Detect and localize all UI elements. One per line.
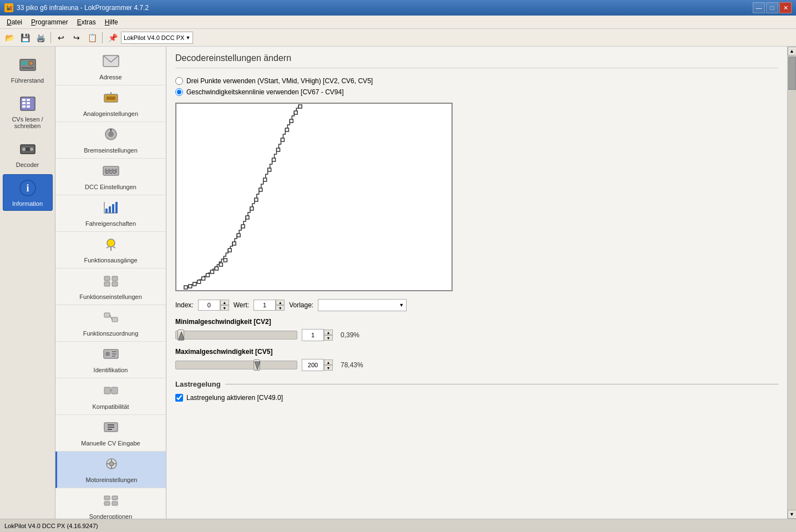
nav-item-bremseinstellungen[interactable]: Bremseinstellungen [55,122,166,159]
toolbar-print[interactable]: 🖨️ [33,31,48,45]
svg-rect-10 [27,105,30,108]
vertical-scrollbar[interactable]: ▲ ▼ [787,47,796,519]
nav-item-analogeinstellungen[interactable]: Analogeinstellungen [55,85,166,122]
nav-item-fahreigenschaften[interactable]: Fahreigenschaften [55,195,166,232]
lastregelung-label[interactable]: Lastregelung aktivieren [CV49.0] [186,394,283,402]
svg-rect-19 [107,97,115,100]
svg-rect-93 [272,158,276,161]
minimize-button[interactable]: — [753,2,765,13]
nav-item-dcc[interactable]: DCC DCC Einstellungen [55,159,166,195]
max-speed-spinner[interactable]: 200 ▲ ▼ [302,359,333,371]
menu-extras[interactable]: Extras [73,17,100,27]
speed-curve-chart[interactable] [175,103,453,291]
nav-item-funktionsausgaenge[interactable]: Funktionsausgänge [55,232,166,268]
svg-rect-77 [202,277,205,280]
toolbar-redo[interactable]: ↪ [69,31,84,45]
svg-point-2 [29,61,33,65]
wert-up[interactable]: ▲ [276,300,285,305]
svg-rect-27 [108,169,110,173]
nav-item-kompatibilitaet[interactable]: Kompatibilität [55,378,166,415]
title-bar: 🚂 33 piko g6 infraleuna - LokProgrammer … [0,0,796,16]
lastregelung-title: Lastregelung [175,380,778,388]
min-speed-spinner[interactable]: 1 ▲ ▼ [302,329,333,341]
lastregelung-section: Lastregelung Lastregelung aktivieren [CV… [175,380,778,402]
index-spinner[interactable]: 0 ▲ ▼ [198,300,229,311]
scrollbar-down-button[interactable]: ▼ [788,510,797,519]
max-speed-up[interactable]: ▲ [324,359,333,365]
chart-svg [176,104,452,291]
min-speed-down[interactable]: ▼ [324,335,333,341]
svg-rect-66 [104,501,110,505]
max-speed-input[interactable]: 200 [302,359,324,371]
device-label: LokPilot V4.0 DCC PX [124,34,184,41]
scrollbar-up-button[interactable]: ▲ [788,47,797,55]
toolbar-save[interactable]: 💾 [18,31,32,45]
nav-item-adresse[interactable]: Adresse [55,49,166,85]
min-speed-input[interactable]: 1 [302,329,324,341]
svg-rect-78 [206,273,210,277]
wert-input[interactable]: 1 [253,300,276,311]
svg-rect-8 [27,102,30,104]
maximize-button[interactable]: □ [766,2,778,13]
max-speed-slider[interactable] [175,361,297,369]
toolbar-open[interactable]: 📂 [2,31,17,45]
radio-label-1[interactable]: Drei Punkte verwenden (VStart, VMid, VHi… [186,77,373,85]
wert-down[interactable]: ▼ [276,305,285,311]
index-input[interactable]: 0 [198,300,220,311]
index-up[interactable]: ▲ [220,300,229,305]
svg-rect-6 [27,99,30,101]
sidebar-item-information[interactable]: i Information [3,174,53,211]
svg-rect-14 [26,148,30,151]
nav-item-funktionszuordnung[interactable]: Funktionszuordnung [55,305,166,342]
radio-label-2[interactable]: Geschwindigkeitskennlinie verwenden [CV6… [186,88,343,96]
nav-label-sonderoptionen: Sonderoptionen [89,513,133,519]
toolbar-clip[interactable]: 📋 [85,31,99,45]
toolbar-separator-1 [50,32,51,43]
fuehrerstand-icon [18,55,38,75]
sidebar-item-decoder[interactable]: Decoder [3,135,53,172]
nav-item-sonderoptionen[interactable]: Sonderoptionen [55,488,166,519]
vorlage-dropdown[interactable]: ▼ [318,299,407,311]
menu-programmer[interactable]: Programmer [27,17,73,27]
min-speed-thumb[interactable] [178,330,184,341]
radio-drei-punkte[interactable] [175,77,183,85]
toolbar-undo[interactable]: ↩ [54,31,68,45]
wert-spinner[interactable]: 1 ▲ ▼ [253,300,285,311]
nav-item-identifikation[interactable]: Identifikation [55,342,166,378]
max-speed-thumb[interactable] [253,359,260,371]
funktionseinstellungen-icon [102,273,120,291]
svg-rect-44 [104,313,110,317]
lastregelung-checkbox[interactable] [175,394,183,402]
svg-rect-90 [259,188,262,191]
device-dropdown[interactable]: LokPilot V4.0 DCC PX ▼ [121,32,193,44]
manuelle-cv-icon [102,419,120,438]
max-speed-down[interactable]: ▼ [324,365,333,371]
menu-datei[interactable]: Datei [2,17,27,27]
svg-rect-98 [294,111,297,114]
svg-rect-86 [241,225,245,228]
svg-rect-29 [115,169,117,173]
controls-row: Index: 0 ▲ ▼ Wert: 1 ▲ ▼ Vorlage: ▼ [175,299,778,311]
menu-hilfe[interactable]: Hilfe [100,17,123,27]
index-down[interactable]: ▼ [220,305,229,311]
min-speed-section: Minimalgeschwindigkeit [CV2] 1 ▲ ▼ 0,39% [175,318,778,341]
lastregelung-checkbox-row: Lastregelung aktivieren [CV49.0] [175,394,778,402]
close-button[interactable]: ✕ [779,2,792,13]
nav-label-motoreinstellungen: Motoreinstellungen [86,477,138,483]
sidebar-item-fuehrerstand[interactable]: Führerstand [3,51,53,88]
toolbar-extra1[interactable]: 📌 [105,31,120,45]
min-speed-up[interactable]: ▲ [324,330,333,335]
motoreinstellungen-icon [103,456,120,474]
svg-rect-97 [290,119,293,123]
nav-item-motoreinstellungen[interactable]: Motoreinstellungen [55,452,166,488]
svg-rect-96 [285,128,288,131]
nav-item-manuelle-cv[interactable]: Manuelle CV Eingabe [55,415,166,452]
scrollbar-thumb[interactable] [788,57,796,90]
svg-rect-95 [281,138,284,141]
sidebar-label-fuehrerstand: Führerstand [11,77,44,84]
max-speed-label: Maximalgeschwindigkeit [CV5] [175,348,778,356]
sidebar-item-cvs[interactable]: CVs lesen /schreiben [3,90,53,133]
radio-kennlinie[interactable] [175,88,183,96]
min-speed-slider[interactable] [175,331,297,340]
nav-item-funktionseinstellungen[interactable]: Funktionseinstellungen [55,268,166,305]
